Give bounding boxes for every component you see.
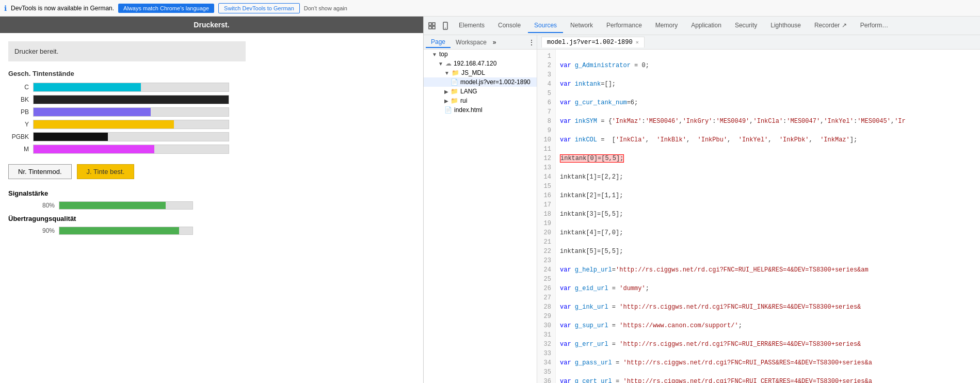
tree-arrow-top: ▼ [432,52,437,57]
quality-value: 90% [8,227,55,234]
tab-performance[interactable]: Performance [600,19,648,33]
signal-bar-container [59,201,193,210]
tab-network[interactable]: Network [564,19,599,33]
folder-icon-lang: 📁 [451,88,458,95]
code-lines: var g_Administrator = 0; var inktank=[];… [556,50,910,383]
line-num-23: 23 [541,256,551,265]
tree-index-html[interactable]: 📄 index.html [424,105,537,115]
line-num-28: 28 [541,302,551,312]
line-num-12: 12 [541,154,551,163]
tab-recorder[interactable]: Recorder ↗ [808,19,853,33]
svg-rect-2 [429,26,431,29]
ink-label-c: C [8,84,29,91]
printer-button-row: Nr. Tintenmod. J. Tinte best. [8,164,415,179]
subtab-more-icon[interactable]: » [493,39,496,46]
tree-arrow-lang: ▶ [444,89,448,94]
signal-section: Signalstärke 80% Übertragungsqualität 90… [8,189,415,235]
line-num-32: 32 [541,340,551,349]
file-tab-close-icon[interactable]: ✕ [636,39,639,45]
subtab-dots-icon[interactable]: ⋮ [528,39,535,46]
tab-memory[interactable]: Memory [649,19,684,33]
ink-row-y: Y [8,120,415,129]
line-num-13: 13 [541,163,551,172]
line-num-19: 19 [541,219,551,228]
code-editor: model.js?ver=1.002-1890 ✕ 1 2 3 4 5 6 7 … [537,35,980,383]
printer-status: Drucker bereit. [8,41,246,61]
ink-label-m: M [8,146,29,153]
line-num-34: 34 [541,358,551,368]
tab-application[interactable]: Application [685,19,728,33]
tab-lighthouse[interactable]: Lighthouse [764,19,807,33]
ink-row-pb: PB [8,107,415,117]
svg-rect-1 [432,23,435,25]
main-layout: Druckerst. Drucker bereit. Gesch. Tinten… [0,17,980,383]
code-editor-header: model.js?ver=1.002-1890 ✕ [537,35,980,50]
code-line-12: var g_help_url='http://rs.ciggws.net/rd.… [560,265,906,275]
line-numbers: 1 2 3 4 5 6 7 8 9 10 11 12 13 14 [537,50,556,383]
line-num-4: 4 [541,79,551,89]
tree-label-ip: 192.168.47.120 [454,60,496,67]
file-tab[interactable]: model.js?ver=1.002-1890 ✕ [541,37,645,47]
line-num-33: 33 [541,349,551,358]
tree-model-js[interactable]: 📄 model.js?ver=1.002-1890 [424,77,537,87]
code-line-15: var g_sup_url = 'https://www.canon.com/s… [560,321,906,330]
quality-bar-container [59,227,193,235]
devtools-mobile-icon[interactable] [439,20,452,32]
quality-bar [59,227,179,234]
line-num-9: 9 [541,126,551,135]
tree-rui[interactable]: ▶ 📁 rui [424,96,537,105]
svg-point-5 [445,27,446,28]
line-num-18: 18 [541,210,551,219]
tree-ip[interactable]: ▼ ☁ 192.168.47.120 [424,59,537,68]
tab-security[interactable]: Security [729,19,763,33]
match-language-button[interactable]: Always match Chrome's language [118,4,214,13]
code-line-13: var g_eid_url = 'dummy'; [560,284,906,293]
tree-top[interactable]: ▼ top [424,50,537,59]
code-line-9: inktank[3]=[5,5]; [560,210,906,219]
tree-js-mdl[interactable]: ▼ 📁 JS_MDL [424,68,537,77]
cloud-icon: ☁ [445,60,452,67]
tab-console[interactable]: Console [492,19,527,33]
line-num-26: 26 [541,284,551,293]
line-num-30: 30 [541,321,551,330]
ink-bar-bk [34,95,229,104]
line-num-16: 16 [541,191,551,200]
file-icon-model-js: 📄 [451,78,458,86]
line-num-3: 3 [541,70,551,79]
code-line-4: var inkSYM = {'InkMaz':'MES0046','InkGry… [560,117,906,126]
tab-performance2[interactable]: Perform… [854,19,895,33]
tab-sources[interactable]: Sources [528,19,563,33]
ink-model-button[interactable]: Nr. Tintenmod. [8,164,72,179]
tree-lang[interactable]: ▶ 📁 LANG [424,87,537,96]
line-num-2: 2 [541,61,551,70]
line-num-27: 27 [541,293,551,302]
line-num-1: 1 [541,52,551,61]
file-icon-index: 📄 [444,106,452,114]
folder-icon-js-mdl: 📁 [452,69,459,76]
line-num-11: 11 [541,145,551,154]
code-line-2: var inktank=[]; [560,79,906,89]
subtab-workspace[interactable]: Workspace [451,37,492,47]
order-ink-button[interactable]: J. Tinte best. [77,164,135,179]
folder-icon-rui: 📁 [451,97,458,104]
printer-panel: Druckerst. Drucker bereit. Gesch. Tinten… [0,17,423,383]
tree-label-model-js: model.js?ver=1.002-1890 [460,78,531,86]
ink-row-c: C [8,83,415,92]
ink-bar-container-pb [33,107,229,117]
tab-elements[interactable]: Elements [453,19,491,33]
dismiss-button[interactable]: Don't show again [304,5,347,11]
info-message: DevTools is now available in German. [11,5,114,12]
tree-label-index: index.html [454,106,483,114]
printer-title: Druckerst. [0,17,423,33]
printer-content: Drucker bereit. Gesch. Tintenstände C BK [0,33,423,246]
ink-label-y: Y [8,121,29,128]
code-line-14: var g_ink_url = 'http://rs.ciggws.net/rd… [560,302,906,312]
subtab-page[interactable]: Page [426,37,451,48]
sources-layout: Page Workspace » ⋮ ▼ top ▼ ☁ 192.168.47.… [424,35,980,383]
switch-devtools-button[interactable]: Switch DevTools to German [218,3,300,13]
ink-row-m: M [8,145,415,154]
code-line-10: inktank[4]=[7,0]; [560,228,906,237]
tree-label-top: top [439,51,448,58]
devtools-inspect-icon[interactable] [426,20,438,32]
quality-row: 90% [8,227,415,235]
